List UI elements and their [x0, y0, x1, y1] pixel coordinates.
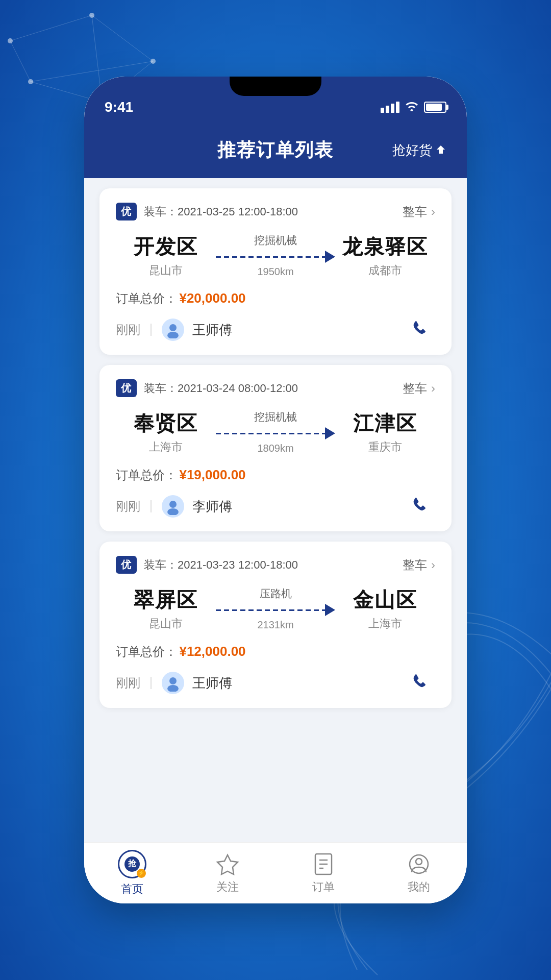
chevron-right-icon: › — [431, 381, 435, 396]
nav-mine-label: 我的 — [408, 879, 430, 895]
divider — [151, 500, 152, 512]
driver-row: 刚刚 王师傅 — [116, 670, 435, 696]
page-title: 推荐订单列表 — [217, 138, 334, 163]
card-header: 优 装车：2021-03-24 08:00-12:00 整车 › — [116, 379, 435, 397]
driver-row: 刚刚 王师傅 — [116, 317, 435, 342]
status-icons — [381, 100, 446, 114]
call-button[interactable] — [410, 670, 435, 696]
route-arrow — [216, 427, 336, 439]
svg-point-16 — [167, 508, 179, 515]
driver-name: 王师傅 — [192, 674, 232, 692]
follow-icon — [215, 852, 240, 876]
svg-marker-19 — [217, 855, 238, 874]
home-icon: 抢 ⚡ — [118, 850, 146, 878]
order-card[interactable]: 优 装车：2021-03-25 12:00-18:00 整车 › 开发区 昆山市… — [99, 188, 452, 355]
svg-point-17 — [169, 677, 177, 684]
to-city: 金山区 上海市 — [335, 586, 435, 631]
cargo-type: 整车 — [403, 557, 427, 573]
svg-point-10 — [151, 59, 156, 64]
price-value: ¥19,000.00 — [179, 467, 245, 482]
priority-badge: 优 — [116, 556, 137, 574]
chevron-right-icon: › — [431, 205, 435, 219]
divider — [151, 324, 152, 336]
nav-home[interactable]: 抢 ⚡ 首页 — [84, 850, 180, 897]
status-time: 9:41 — [105, 99, 133, 115]
bottom-nav: 抢 ⚡ 首页 关注 订单 — [84, 842, 467, 903]
svg-point-14 — [167, 332, 179, 338]
driver-avatar — [162, 318, 184, 341]
grab-goods-button[interactable]: 抢好货 — [392, 141, 446, 159]
divider — [151, 677, 152, 689]
mine-icon — [407, 852, 431, 876]
price-section: 订单总价： ¥19,000.00 — [116, 467, 435, 483]
to-city: 江津区 重庆市 — [335, 409, 435, 455]
loading-time: 装车：2021-03-25 12:00-18:00 — [144, 204, 298, 219]
price-value: ¥20,000.00 — [179, 290, 245, 306]
svg-point-9 — [89, 13, 94, 18]
price-section: 订单总价： ¥12,000.00 — [116, 644, 435, 660]
order-card[interactable]: 优 装车：2021-03-23 12:00-18:00 整车 › 翠屏区 昆山市… — [99, 542, 452, 708]
from-city: 翠屏区 昆山市 — [116, 586, 216, 631]
route-middle: 挖掘机械 1809km — [216, 410, 336, 454]
cargo-type: 整车 — [403, 380, 427, 397]
signal-icon — [381, 102, 399, 113]
driver-name: 李师傅 — [192, 498, 232, 516]
svg-point-15 — [169, 501, 177, 508]
price-section: 订单总价： ¥20,000.00 — [116, 290, 435, 307]
order-list: 优 装车：2021-03-25 12:00-18:00 整车 › 开发区 昆山市… — [84, 178, 467, 842]
post-time: 刚刚 — [116, 322, 140, 338]
svg-point-25 — [416, 859, 422, 865]
driver-avatar — [162, 672, 184, 694]
wifi-icon — [405, 100, 419, 114]
driver-name: 王师傅 — [192, 321, 232, 339]
route-middle: 压路机 2131km — [216, 586, 336, 631]
route-arrow — [216, 251, 336, 263]
svg-point-13 — [169, 324, 177, 331]
nav-follow[interactable]: 关注 — [180, 852, 276, 895]
svg-point-18 — [167, 685, 179, 692]
post-time: 刚刚 — [116, 498, 140, 514]
status-bar: 9:41 — [84, 77, 467, 128]
route-arrow — [216, 604, 336, 616]
priority-badge: 优 — [116, 203, 137, 220]
svg-point-12 — [28, 79, 33, 84]
loading-time: 装车：2021-03-24 08:00-12:00 — [144, 381, 298, 396]
driver-row: 刚刚 李师傅 — [116, 494, 435, 519]
phone-shell: 9:41 推荐订单列表 抢好货 — [84, 77, 467, 903]
priority-badge: 优 — [116, 379, 137, 397]
post-time: 刚刚 — [116, 675, 140, 691]
order-icon — [311, 852, 336, 876]
nav-order-label: 订单 — [312, 879, 335, 895]
nav-mine[interactable]: 我的 — [371, 852, 467, 895]
svg-line-5 — [10, 41, 31, 82]
route-section: 开发区 昆山市 挖掘机械 1950km 龙泉驿区 成都市 — [116, 233, 435, 278]
call-button[interactable] — [410, 317, 435, 342]
app-header: 推荐订单列表 抢好货 — [84, 128, 467, 178]
svg-line-2 — [92, 15, 153, 61]
svg-point-8 — [8, 38, 13, 43]
loading-time: 装车：2021-03-23 12:00-18:00 — [144, 557, 298, 573]
driver-avatar — [162, 495, 184, 518]
nav-home-label: 首页 — [121, 881, 143, 897]
card-header: 优 装车：2021-03-25 12:00-18:00 整车 › — [116, 203, 435, 220]
battery-icon — [424, 102, 446, 113]
nav-follow-label: 关注 — [216, 879, 239, 895]
from-city: 开发区 昆山市 — [116, 233, 216, 278]
card-header: 优 装车：2021-03-23 12:00-18:00 整车 › — [116, 556, 435, 574]
route-middle: 挖掘机械 1950km — [216, 233, 336, 278]
from-city: 奉贤区 上海市 — [116, 409, 216, 455]
cargo-type: 整车 — [403, 204, 427, 220]
to-city: 龙泉驿区 成都市 — [335, 233, 435, 278]
order-card[interactable]: 优 装车：2021-03-24 08:00-12:00 整车 › 奉贤区 上海市… — [99, 365, 452, 531]
notch — [230, 77, 321, 96]
route-section: 奉贤区 上海市 挖掘机械 1809km 江津区 重庆市 — [116, 409, 435, 455]
price-value: ¥12,000.00 — [179, 644, 245, 659]
lightning-icon: ⚡ — [137, 869, 146, 878]
route-section: 翠屏区 昆山市 压路机 2131km 金山区 上海市 — [116, 586, 435, 631]
nav-order[interactable]: 订单 — [276, 852, 371, 895]
chevron-right-icon: › — [431, 558, 435, 572]
svg-line-1 — [10, 15, 92, 41]
call-button[interactable] — [410, 494, 435, 519]
